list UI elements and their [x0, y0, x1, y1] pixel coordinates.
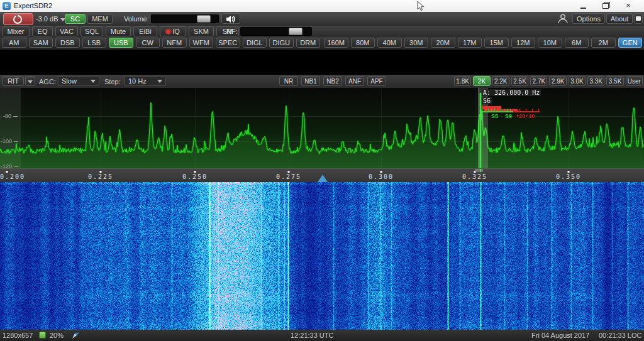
spectrum-trace[interactable] [0, 88, 644, 168]
mode-band-row: AM SAM DSB LSB USB CW NFM WFM SPEC DIGL … [0, 37, 644, 50]
filter-3-5k[interactable]: 3.5K [606, 76, 623, 86]
mute-button[interactable]: Mute [106, 26, 131, 36]
iq-button[interactable]: IQ [160, 26, 186, 36]
filter-3-0k[interactable]: 3.0K [569, 76, 586, 86]
local-clock: 00:21:33 LOC [599, 332, 642, 339]
waterfall-display[interactable] [0, 182, 644, 330]
band-marker-triangle[interactable] [318, 175, 328, 182]
band-10m[interactable]: 10M [538, 38, 562, 48]
mini-meter-s5: S5 [491, 113, 498, 119]
filter-2-2k[interactable]: 2.2K [492, 76, 509, 86]
options-button[interactable]: Options [572, 13, 605, 24]
main-toolbar: -3.0 dB SC MEM Volume: Options About [0, 12, 644, 26]
nb1-button[interactable]: NB1 [301, 76, 320, 86]
band-2m[interactable]: 2M [591, 38, 616, 48]
band-17m[interactable]: 17M [458, 38, 482, 48]
mode-digl[interactable]: DIGL [243, 38, 267, 48]
date-readout: Fri 04 August 2017 [531, 332, 589, 339]
volume-knob[interactable] [197, 15, 211, 23]
mode-buttons: AM SAM DSB LSB USB CW NFM WFM SPEC DIGL … [0, 38, 322, 49]
cursor-signal-readout: S6 [482, 97, 492, 104]
panel-toggle-button[interactable] [634, 13, 643, 24]
tick-dot [6, 171, 8, 173]
skm-button[interactable]: SKM [189, 26, 214, 36]
mode-cw[interactable]: CW [136, 38, 160, 48]
vac-button[interactable]: VAC [55, 26, 78, 36]
tuning-line-tab [475, 169, 483, 172]
volume-slider[interactable] [151, 14, 219, 23]
rf-knob[interactable] [289, 28, 303, 35]
band-buttons: 160M 80M 40M 30M 20M 17M 15M 12M 10M 6M … [322, 38, 644, 49]
band-80m[interactable]: 80M [351, 38, 375, 48]
nr-button[interactable]: NR [279, 76, 298, 86]
rf-gain-slider[interactable] [240, 27, 312, 36]
freq-label: 0.250 [182, 173, 208, 180]
filter-user[interactable]: User [626, 76, 643, 86]
tuning-line[interactable] [479, 88, 479, 168]
band-30m[interactable]: 30M [404, 38, 429, 48]
about-button[interactable]: About [606, 13, 633, 24]
mixer-button[interactable]: Mixer [2, 26, 30, 36]
app-icon: E [3, 2, 11, 10]
freq-label: 0.300 [369, 173, 394, 180]
mode-digu[interactable]: DIGU [269, 38, 294, 48]
step-select[interactable]: 10 Hz [125, 76, 166, 86]
anf-button[interactable]: ANF [345, 76, 364, 86]
mode-drm[interactable]: DRM [296, 38, 321, 48]
gain-dropdown[interactable]: -3.0 dB [36, 15, 65, 23]
dsp-buttons: NR NB1 NB2 ANF APF [279, 76, 386, 86]
mode-lsb[interactable]: LSB [82, 38, 107, 48]
rit-dropdown[interactable] [25, 76, 35, 86]
eq-button[interactable]: EQ [32, 26, 53, 36]
filter-3-3k[interactable]: 3.3K [587, 76, 604, 86]
frequency-axis[interactable]: 0.200 0.225 0.250 0.275 0.300 0.325 0.35… [0, 168, 644, 183]
band-6m[interactable]: 6M [565, 38, 589, 48]
filter-2-7k[interactable]: 2.7K [530, 76, 547, 86]
eibi-button[interactable]: EiBi [133, 26, 157, 36]
mode-am[interactable]: AM [2, 38, 26, 48]
title-bar: E ExpertSDR2 × [0, 0, 644, 12]
rf-label: RF: [226, 28, 238, 35]
record-dot-icon [166, 30, 170, 34]
spectrum-display[interactable]: -80 -100 -120 A: 326,000.0 Hz S6 S5 S9 +… [0, 88, 644, 168]
band-15m[interactable]: 15M [484, 38, 509, 48]
mouse-cursor [417, 1, 425, 14]
person-icon [556, 13, 570, 24]
user-profile-button[interactable] [556, 13, 571, 24]
mode-wfm[interactable]: WFM [189, 38, 214, 48]
mode-nfm[interactable]: NFM [162, 38, 187, 48]
nb2-button[interactable]: NB2 [323, 76, 342, 86]
db-label: -80 [3, 113, 18, 119]
freq-label: 0.225 [88, 173, 113, 180]
resolution-readout: 1280x657 [3, 332, 33, 339]
band-12m[interactable]: 12M [511, 38, 536, 48]
apf-button[interactable]: APF [367, 76, 386, 86]
filter-2-9k[interactable]: 2.9K [549, 76, 566, 86]
mode-sam[interactable]: SAM [29, 38, 53, 48]
mode-spec[interactable]: SPEC [216, 38, 240, 48]
maximize-button[interactable] [596, 0, 615, 11]
tick-dot [288, 171, 290, 173]
mem-button[interactable]: MEM [87, 14, 113, 24]
close-button[interactable]: × [619, 0, 638, 11]
band-160m[interactable]: 160M [324, 38, 348, 48]
minimize-button[interactable] [574, 0, 592, 11]
agc-select[interactable]: Slow [58, 76, 99, 86]
sc-button[interactable]: SC [65, 14, 86, 24]
agc-label: AGC: [39, 78, 56, 85]
filter-1-8k[interactable]: 1.8K [454, 76, 471, 86]
band-40m[interactable]: 40M [377, 38, 402, 48]
filter-2-5k[interactable]: 2.5K [511, 76, 528, 86]
power-icon [13, 15, 22, 24]
sql-button[interactable]: SQL [80, 26, 103, 36]
mode-usb[interactable]: USB [109, 38, 133, 48]
band-gen[interactable]: GEN [618, 38, 643, 48]
speaker-button[interactable] [221, 13, 240, 24]
secondary-toolbar: Mixer EQ VAC SQL Mute EiBi IQ SKM SM RF: [0, 26, 644, 37]
power-button[interactable] [3, 13, 33, 25]
rit-button[interactable]: RIT [3, 76, 24, 86]
chevron-down-icon [157, 80, 162, 83]
mode-dsb[interactable]: DSB [55, 38, 80, 48]
band-20m[interactable]: 20M [431, 38, 455, 48]
filter-2k[interactable]: 2K [473, 76, 490, 86]
